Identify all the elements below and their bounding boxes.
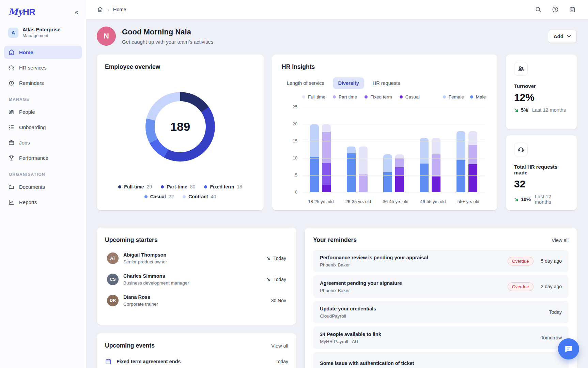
legend-dot [400,95,403,98]
bar-segment [310,157,319,193]
reminder-title: Update your credentials [320,306,376,311]
reminder-text: Update your credentialsCloudPayroll [320,306,376,319]
y-tick-label: 0 [295,190,297,195]
starter-row[interactable]: DRDiana RossCorporate trainer30 Nov [105,290,288,311]
legend-value: 18 [237,184,242,189]
sidebar: MyHR « A Atlas Enterprise Management Hom… [0,0,86,368]
bar-legend-item: Part time [333,94,357,99]
reminder-row[interactable]: Performance review is pending your appra… [313,250,569,272]
reminder-subtitle: Phoenix Baker [320,288,402,293]
legend-gender: FemaleMale [443,94,486,99]
section-label-manage: MANAGE [9,97,82,102]
people-icon [8,109,15,115]
starter-row[interactable]: ATAbigail ThompsonSenior product ownerTo… [105,248,288,269]
folder-icon [8,184,15,190]
event-calendar-icon [105,358,112,365]
bar-group [310,124,331,193]
starter-info: Diana RossCorporate trainer [123,294,158,307]
employee-overview-donut-chart: 189 [145,92,215,162]
sidebar-item-onboarding[interactable]: Onboarding [4,121,82,134]
sidebar-item-jobs[interactable]: Jobs [4,136,82,149]
trend-down-icon [514,108,519,112]
chat-button[interactable] [558,338,579,359]
employee-overview-card: Employee overview 189 Full-time29Part-ti… [97,55,264,210]
reminder-title: Agreement pending your signature [320,280,402,286]
legend-dot [302,95,305,98]
sidebar-collapse-icon[interactable]: « [75,8,78,16]
overdue-badge: Overdue [508,282,533,291]
tab-hr-requests[interactable]: HR requests [368,77,405,89]
donut-legend-item: Part-time80 [161,184,195,189]
tab-diversity[interactable]: Diversity [333,77,364,89]
bar-employment [468,131,477,193]
your-reminders-card: Your reminders View all Performance revi… [305,228,577,368]
hr-requests-trend-period: Last 12 months [535,194,569,205]
search-icon[interactable] [535,6,542,13]
bar-legend-item: Casual [400,94,420,99]
legend-label: Contract [188,194,208,199]
breadcrumb-current[interactable]: Home [113,7,126,12]
legend-label: Fixed term [210,184,234,189]
y-tick-label: 10 [293,156,297,160]
sidebar-item-hr-services[interactable]: HR services [4,61,82,74]
org-switcher[interactable]: A Atlas Enterprise Management [8,27,78,38]
help-icon[interactable] [552,6,559,13]
page-subtitle: Get caught up with your team’s activitie… [122,39,213,45]
gridline: 20 [302,124,485,124]
y-tick-label: 20 [293,122,297,126]
bar-segment [420,138,429,164]
starter-info: Charles SimmonsBusiness development mana… [123,273,189,286]
bar-segment [468,164,477,193]
legend-dot [365,95,368,98]
legend-value: 80 [190,184,196,189]
breadcrumb-home-icon[interactable] [97,6,103,13]
gridline: 5 [302,175,485,175]
sidebar-item-reminders[interactable]: Reminders [4,76,82,90]
reminder-date: Today [549,309,562,315]
bar-employment [432,138,440,193]
reminder-row[interactable]: 34 People available to linkMyHR Payroll … [313,326,569,349]
bar-group [457,131,477,193]
start-arrow-icon [266,256,271,261]
sidebar-item-home[interactable]: Home [4,46,82,59]
reminder-row[interactable]: Some issue with authentication of ticket [313,352,569,368]
reminder-date: 2 day ago [541,284,562,289]
legend-dot [333,95,336,98]
event-row[interactable]: Fixed term agreement ends Today [105,358,288,365]
donut-total: 189 [170,120,190,134]
starter-row[interactable]: CSCharles SimmonsBusiness development ma… [105,269,288,290]
user-avatar[interactable]: N [97,27,116,46]
donut-legend-item: Casual22 [144,194,174,199]
calendar-icon[interactable] [569,6,576,13]
donut-legend-item: Full-time29 [118,184,152,189]
legend-value: 40 [211,194,216,199]
tab-length-of-service[interactable]: Length of service [282,77,329,89]
starter-avatar: AT [107,252,119,264]
gridline: 10 [302,158,485,158]
reminder-row[interactable]: Update your credentialsCloudPayrollToday [313,301,569,323]
bar-segment [468,145,477,164]
reminder-row[interactable]: Agreement pending your signaturePhoenix … [313,275,569,298]
events-view-all-link[interactable]: View all [271,343,288,349]
sidebar-item-people[interactable]: People [4,105,82,119]
x-axis-label: 46-55 yrs old [420,199,446,204]
reminders-list: Performance review is pending your appra… [313,250,569,368]
reminders-view-all-link[interactable]: View all [552,237,569,243]
sidebar-item-performance[interactable]: Performance [4,151,82,165]
bar-employment [322,124,331,193]
starter-role: Corporate trainer [123,302,158,307]
add-button[interactable]: Add [548,30,577,43]
sidebar-item-reports[interactable]: Reports [4,196,82,209]
upcoming-events-card: Upcoming events View all Fixed term agre… [97,333,296,368]
bar-segment [432,154,440,177]
y-tick-label: 5 [295,173,297,178]
add-button-label: Add [554,33,563,39]
starter-role: Business development manager [123,280,189,286]
starter-name: Diana Ross [123,294,158,300]
sidebar-item-documents[interactable]: Documents [4,180,82,194]
legend-dot [204,185,207,188]
breadcrumb: › Home [97,6,126,13]
reminder-meta: Today [549,309,562,315]
bar-segment [322,124,331,132]
legend-label: Casual [150,194,166,199]
